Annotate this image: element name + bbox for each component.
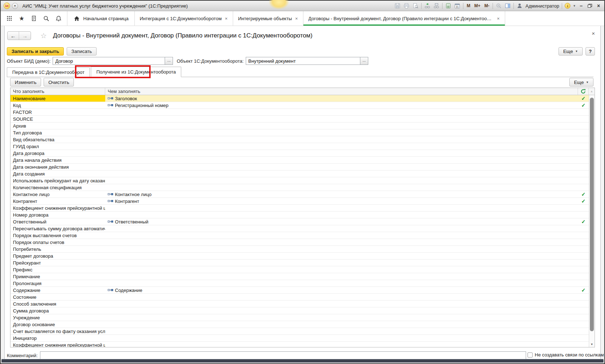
- table-row[interactable]: Количественная спецификация ✓: [10, 184, 589, 191]
- row-what-cell[interactable]: Примечание: [10, 273, 105, 280]
- row-what-cell[interactable]: Дата окончания действия: [10, 164, 105, 170]
- row-what-cell[interactable]: Счет выставляется по факту оказания услу…: [10, 328, 105, 334]
- table-row[interactable]: FACTOR ✓: [10, 109, 589, 116]
- all-functions-grid-icon[interactable]: [6, 15, 13, 22]
- row-what-cell[interactable]: Количественная спецификация: [10, 184, 105, 191]
- more-button[interactable]: Еще▼: [559, 47, 583, 56]
- column-header-what[interactable]: Что заполнять: [10, 88, 105, 95]
- clear-button[interactable]: Очистить: [44, 78, 74, 86]
- row-what-cell[interactable]: Дата договора: [10, 150, 105, 156]
- row-what-cell[interactable]: Контрагент: [10, 198, 105, 204]
- memory-m-minus-button[interactable]: M-: [484, 3, 490, 8]
- row-what-cell[interactable]: Потребитель: [10, 246, 105, 252]
- memory-m-plus-button[interactable]: M+: [473, 3, 481, 8]
- app-tab[interactable]: Договоры - Внутренний документ, Договор …: [303, 11, 505, 26]
- row-with-cell[interactable]: Ответственный: [105, 219, 578, 225]
- tab-send-to-docflow[interactable]: Передача в 1С:Документооборот: [7, 67, 90, 77]
- row-what-cell[interactable]: Номер договора: [10, 212, 105, 218]
- no-links-checkbox-label[interactable]: Не создавать связи по ссылкам: [535, 352, 604, 358]
- sync-refresh-icon[interactable]: [578, 88, 589, 95]
- save-and-close-button[interactable]: Записать и закрыть: [7, 47, 64, 56]
- row-what-cell[interactable]: Учреждение: [10, 314, 105, 321]
- main-menu-button[interactable]: ▼: [12, 3, 18, 9]
- print-preview-icon[interactable]: [412, 3, 419, 9]
- row-what-cell[interactable]: Наименование: [10, 95, 105, 102]
- table-row[interactable]: Ответственный Ответственный ✓: [10, 218, 589, 225]
- get-link-icon[interactable]: [424, 3, 431, 9]
- row-what-cell[interactable]: FACTOR: [10, 109, 105, 115]
- app-tab[interactable]: Интеграция с 1С:Документооборотом ×: [135, 11, 233, 26]
- table-row[interactable]: Учреждение ✓: [10, 314, 589, 321]
- table-row[interactable]: Коэффециент снижения прейскурантной цены…: [10, 342, 589, 347]
- scroll-down-icon[interactable]: ▼: [589, 343, 595, 346]
- table-more-button[interactable]: Еще▼: [569, 78, 593, 86]
- close-window-button[interactable]: ×: [596, 3, 601, 9]
- table-row[interactable]: Способ заключения ✓: [10, 301, 589, 307]
- table-row[interactable]: Примечание ✓: [10, 273, 589, 280]
- doc-object-input[interactable]: [246, 57, 360, 65]
- row-what-cell[interactable]: Код: [10, 102, 105, 108]
- row-with-cell[interactable]: Контактное лицо: [105, 192, 578, 197]
- tab-home[interactable]: Начальная страница: [67, 11, 135, 26]
- table-row[interactable]: Дата окончания действия ✓: [10, 164, 589, 170]
- forward-button[interactable]: →: [19, 32, 31, 40]
- row-what-cell[interactable]: Ответственный: [10, 218, 105, 225]
- table-row[interactable]: Дата создания ✓: [10, 170, 589, 177]
- no-links-checkbox[interactable]: [528, 352, 533, 358]
- table-row[interactable]: Контрагент Контрагент ✓: [10, 198, 589, 205]
- vertical-scrollbar[interactable]: ▼: [589, 95, 595, 347]
- table-row[interactable]: Контактное лицо Контактное лицо ✓: [10, 191, 589, 198]
- table-row[interactable]: Пересчитывать сумму договора автоматичес…: [10, 225, 589, 232]
- row-what-cell[interactable]: Дата начала действия: [10, 157, 105, 163]
- calculator-icon[interactable]: [445, 3, 451, 9]
- table-row[interactable]: Порядок выставления счетов ✓: [10, 232, 589, 239]
- go-to-link-icon[interactable]: [433, 3, 440, 9]
- table-row[interactable]: Инициатор ✓: [10, 335, 589, 342]
- table-row[interactable]: Тип договора ✓: [10, 129, 589, 136]
- table-row[interactable]: Пролонгация ✓: [10, 280, 589, 287]
- row-what-cell[interactable]: Пересчитывать сумму договора автоматичес…: [10, 225, 105, 232]
- zoom-icon[interactable]: [495, 3, 502, 9]
- tab-close-icon[interactable]: ×: [225, 16, 228, 21]
- row-what-cell[interactable]: Контактное лицо: [10, 191, 105, 197]
- table-row[interactable]: SOURCE ✓: [10, 116, 589, 123]
- row-with-cell[interactable]: Контрагент: [105, 199, 578, 204]
- row-what-cell[interactable]: Архив: [10, 123, 105, 129]
- row-what-cell[interactable]: Состояние: [10, 294, 105, 300]
- table-row[interactable]: Порядок оплаты счетов ✓: [10, 239, 589, 246]
- search-icon[interactable]: [43, 15, 50, 22]
- panels-icon[interactable]: [504, 3, 511, 9]
- memory-m-button[interactable]: M: [466, 3, 471, 8]
- row-with-cell[interactable]: Заголовок: [105, 96, 578, 101]
- minimize-button[interactable]: –: [578, 3, 584, 9]
- current-user-label[interactable]: Администратор: [525, 3, 559, 9]
- row-what-cell[interactable]: Договор основание: [10, 321, 105, 328]
- row-what-cell[interactable]: Инициатор: [10, 335, 105, 341]
- tab-close-icon[interactable]: ×: [295, 16, 298, 21]
- close-form-icon[interactable]: ×: [592, 30, 595, 36]
- add-favorite-star-icon[interactable]: ☆: [40, 31, 47, 40]
- table-row[interactable]: Потребитель ✓: [10, 246, 589, 253]
- row-what-cell[interactable]: Вид обязательства: [10, 136, 105, 143]
- save-icon[interactable]: [394, 3, 401, 9]
- table-row[interactable]: Наименование Заголовок ✓: [10, 95, 589, 102]
- app-tab[interactable]: Интегрируемые объекты ×: [233, 11, 303, 26]
- table-row[interactable]: Дата договора ✓: [10, 150, 589, 157]
- edit-button[interactable]: Изменить: [10, 78, 41, 86]
- row-what-cell[interactable]: Сумма договора: [10, 307, 105, 314]
- row-what-cell[interactable]: Тип договора: [10, 129, 105, 136]
- row-what-cell[interactable]: Пролонгация: [10, 280, 105, 287]
- row-what-cell[interactable]: Коэффециент снижения прейскурантной цены…: [10, 342, 105, 347]
- tab-receive-from-docflow[interactable]: Получение из 1С:Документооборота: [91, 67, 181, 77]
- table-row[interactable]: Код Регистрационный номер ✓: [10, 102, 589, 109]
- table-row[interactable]: Коэффециент снижения прейскурантной цены…: [10, 205, 589, 212]
- row-what-cell[interactable]: SOURCE: [10, 116, 105, 122]
- help-button[interactable]: ?: [586, 47, 595, 56]
- row-what-cell[interactable]: Предмет договора: [10, 253, 105, 259]
- table-row[interactable]: Состояние ✓: [10, 294, 589, 301]
- row-what-cell[interactable]: Коэффециент снижения прейскурантной цены: [10, 205, 105, 211]
- row-with-cell[interactable]: Содержание: [105, 288, 578, 293]
- history-icon[interactable]: [30, 15, 37, 22]
- row-what-cell[interactable]: Дата создания: [10, 170, 105, 177]
- row-what-cell[interactable]: Использовать прейскурант на дату оказани…: [10, 177, 105, 184]
